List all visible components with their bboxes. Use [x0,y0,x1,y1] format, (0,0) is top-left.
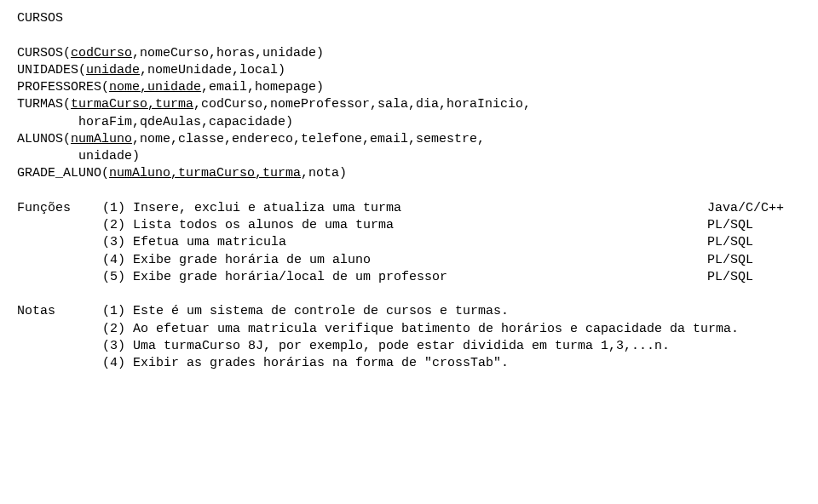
schema-alunos: ALUNOS(numAluno,nome,classe,endereco,tel… [17,131,801,148]
func-lang: PL/SQL [699,269,801,286]
func-desc: (3) Efetua uma matricula [102,234,699,251]
schema-grade: GRADE_ALUNO(numAluno,turmaCurso,turma,no… [17,165,801,182]
notas-row: (2) Ao efetuar uma matricula verifique b… [17,321,801,338]
key: turmaCurso,turma [71,97,193,112]
funcoes-row: (4) Exibe grade horária de um aluno PL/S… [17,252,801,269]
notas-row: (4) Exibir as grades horárias na forma d… [17,355,801,372]
text: CURSOS( [17,46,71,60]
func-desc: (5) Exibe grade horária/local de um prof… [102,269,699,286]
funcoes-row: (5) Exibe grade horária/local de um prof… [17,269,801,286]
note-text: (1) Este é um sistema de controle de cur… [102,303,801,320]
text: UNIDADES( [17,63,86,77]
note-text: (2) Ao efetuar uma matricula verifique b… [102,321,801,338]
note-text: (3) Uma turmaCurso 8J, por exemplo, pode… [102,338,801,355]
text: ,email,homepage) [201,80,324,94]
schema-professores: PROFESSORES(nome,unidade,email,homepage) [17,79,801,96]
text: GRADE_ALUNO( [17,166,109,180]
funcoes-row: (2) Lista todos os alunos de uma turma P… [17,217,801,234]
text: PROFESSORES( [17,80,109,94]
key: nome,unidade [109,80,201,94]
note-text: (4) Exibir as grades horárias na forma d… [102,355,801,372]
notas-row: Notas (1) Este é um sistema de controle … [17,303,801,320]
notas-label: Notas [17,303,102,320]
text: ALUNOS( [17,132,71,146]
func-lang: PL/SQL [699,252,801,269]
notas-row: (3) Uma turmaCurso 8J, por exemplo, pode… [17,338,801,355]
key: numAluno,turmaCurso,turma [109,166,301,180]
text: TURMAS( [17,97,71,112]
text: ,nomeUnidade,local) [140,63,285,77]
func-desc: (2) Lista todos os alunos de uma turma [102,217,699,234]
funcoes-row: (3) Efetua uma matricula PL/SQL [17,234,801,251]
key: numAluno [71,132,132,146]
text: ,nomeCurso,horas,unidade) [132,46,324,60]
schema-cursos: CURSOS(codCurso,nomeCurso,horas,unidade) [17,45,801,62]
funcoes-label: Funções [17,200,102,217]
key: codCurso [71,46,132,60]
text: ,codCurso,nomeProfessor,sala,dia,horaIni… [193,97,531,112]
key: unidade [86,63,140,77]
text: ,nome,classe,endereco,telefone,email,sem… [132,132,485,146]
schema-turmas-cont: horaFim,qdeAulas,capacidade) [17,114,801,131]
text: ,nota) [301,166,347,180]
schema-alunos-cont: unidade) [17,148,801,165]
func-lang: Java/C/C++ [699,200,801,217]
section-title: CURSOS [17,10,801,27]
func-lang: PL/SQL [699,217,801,234]
schema-turmas: TURMAS(turmaCurso,turma,codCurso,nomePro… [17,96,801,113]
func-desc: (1) Insere, exclui e atualiza uma turma [102,200,699,217]
schema-unidades: UNIDADES(unidade,nomeUnidade,local) [17,62,801,79]
func-desc: (4) Exibe grade horária de um aluno [102,252,699,269]
func-lang: PL/SQL [699,234,801,251]
funcoes-row: Funções (1) Insere, exclui e atualiza um… [17,200,801,217]
